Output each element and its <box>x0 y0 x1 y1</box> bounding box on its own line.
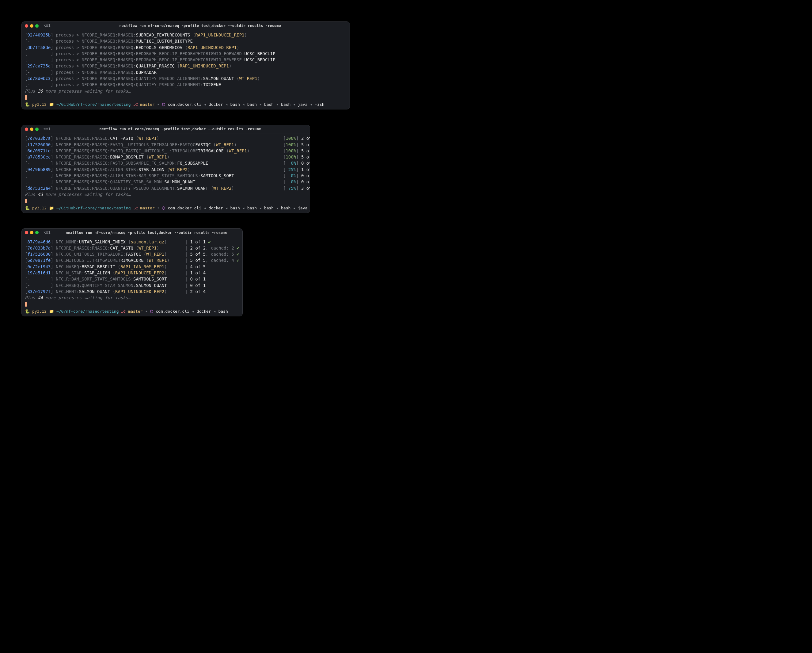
terminal-body[interactable]: [7d/033b7a] NFCORE_RNASEQ:RNASEQ:CAT_FAS… <box>22 133 310 204</box>
terminal-window-2[interactable]: ⌥⌘1 nextflow run nf-core/rnaseq -profile… <box>21 125 310 213</box>
process-hash: - <box>27 57 50 62</box>
chevron-left-icon: ◂ <box>259 102 262 107</box>
close-icon[interactable] <box>25 127 28 131</box>
process-path: NFCORE_RNASEQ:RNASEQ:BEDGRAPH_BEDCLIP_BE… <box>81 57 244 62</box>
minimize-icon[interactable] <box>30 231 34 234</box>
terminal-window-1[interactable]: ⌥⌘1 nextflow run nf-core/rnaseq -profile… <box>21 21 350 109</box>
process-hash: f1/526000 <box>27 142 50 147</box>
process-hash: dd/53c2a4 <box>27 186 50 191</box>
paren-icon: ) <box>164 252 167 257</box>
bracket-icon: ] <box>50 179 53 184</box>
process-path: NFC…R:BAM_SORT_STATS_SAMTOOLS: <box>56 277 133 281</box>
paren-icon: ( <box>237 76 239 81</box>
terminal-body[interactable]: [87/9a46d6] NFC…NOME:UNTAR_SALMON_INDEX … <box>22 237 243 308</box>
paren-icon: ( <box>136 246 138 251</box>
process-chain-item: bash <box>264 206 274 210</box>
process-arg: WT_REP2 <box>213 186 231 191</box>
check-icon: ✔ <box>237 258 239 263</box>
check-icon: ✔ <box>237 246 239 251</box>
cursor-icon <box>25 302 27 307</box>
terminal-body[interactable]: [92/40925b] process > NFCORE_RNASEQ:RNAS… <box>22 30 350 101</box>
process-name: TRIMGALORE <box>118 258 143 263</box>
paren-icon: ) <box>164 271 167 275</box>
folder-icon: 📁 <box>49 206 54 210</box>
more-count: 44 <box>38 295 43 300</box>
zoom-icon[interactable] <box>35 127 39 131</box>
bracket-icon: ] <box>50 246 53 251</box>
process-name: SUBREAD_FEATURECOUNTS <box>136 32 190 37</box>
process-path: NFCORE_RNASEQ:RNASEQ: <box>56 246 110 251</box>
bracket-icon: ] <box>50 258 53 263</box>
python-version: py3.12 <box>32 206 47 210</box>
process-arg: RAP1_UNINDUCED_REP1 <box>180 63 229 68</box>
zoom-icon[interactable] <box>35 231 39 234</box>
process-path: NFC…MENT: <box>56 289 79 294</box>
process-hash: f1/526000 <box>27 252 50 257</box>
process-path: NFCORE_RNASEQ:RNASEQ:QUANTIFY_PSEUDO_ALI… <box>56 186 177 191</box>
process-row: [db/ff58de] process > NFCORE_RNASEQ:RNAS… <box>25 44 346 50</box>
process-row: [6d/0971fe] NFC…MITOOLS_…:TRIMGALORETRIM… <box>25 257 239 263</box>
process-label: process > <box>56 51 81 56</box>
process-percent: 100% <box>285 136 296 141</box>
process-path: NFCORE_RNASEQ:RNASEQ:QUANTIFY_STAR_SALMO… <box>56 179 164 184</box>
close-icon[interactable] <box>25 231 28 234</box>
bracket-icon: ] <box>50 161 53 165</box>
process-row: [- ] NFCORE_RNASEQ:RNASEQ:FASTQ_SUBSAMPL… <box>25 160 307 166</box>
process-hash: 94/96b889 <box>27 167 50 172</box>
zoom-icon[interactable] <box>35 24 39 28</box>
bracket-icon: ] <box>50 76 53 81</box>
window-title: nextflow run nf-core/rnaseq -profile tes… <box>53 127 307 131</box>
process-count: 5 of 5 <box>301 154 310 159</box>
process-count: 0 of 1 <box>301 161 310 165</box>
process-chain-item: docker <box>209 102 223 107</box>
process-path: NFCORE_RNASEQ:RNASEQ:QUANTIFY_PSEUDO_ALI… <box>81 82 203 87</box>
cursor-line <box>25 94 346 100</box>
titlebar[interactable]: ⌥⌘1 nextflow run nf-core/rnaseq -profile… <box>22 229 243 237</box>
titlebar[interactable]: ⌥⌘1 nextflow run nf-core/rnaseq -profile… <box>22 22 350 30</box>
process-name: STAR_ALIGN <box>139 167 164 172</box>
process-arg: RAP1_UNINDUCED_REP2 <box>115 271 164 275</box>
bracket-icon: ] <box>50 39 53 44</box>
paren-icon: ) <box>237 45 239 50</box>
bracket-icon: ] <box>296 179 298 184</box>
bracket-icon: ] <box>50 173 53 178</box>
git-dirty: • <box>157 102 160 107</box>
process-name: UNTAR_SALMON_INDEX <box>79 239 126 244</box>
bracket-icon: ] <box>50 45 53 50</box>
paren-icon: ) <box>167 154 169 159</box>
process-arg: RAP1_UNINDUCED_REP1 <box>195 32 244 37</box>
minimize-icon[interactable] <box>30 24 34 28</box>
process-name: UCSC_BEDCLIP <box>244 51 275 56</box>
process-name: SALMON_QUANT <box>203 76 234 81</box>
process-path: NFCORE_RNASEQ:RNASEQ:FASTQ__UMITOOLS_TRI… <box>56 142 195 147</box>
process-name: FASTQC <box>126 252 141 257</box>
paren-icon: ( <box>226 148 229 153</box>
process-path: NFCORE_RNASEQ:RNASEQ:ALIGN_STAR:BAM_SORT… <box>56 173 200 178</box>
pipe-icon: | <box>185 264 190 269</box>
process-hash: cd/8d0bc3 <box>27 76 50 81</box>
chevron-left-icon: ◂ <box>226 102 228 107</box>
window-controls <box>25 127 39 131</box>
process-hash: - <box>27 179 50 184</box>
more-processes: Plus 44 more processes waiting for tasks… <box>25 295 239 301</box>
process-percent: 0% <box>285 161 296 165</box>
process-path: NFC…MITOOLS_…:TRIMGALORE <box>56 258 118 263</box>
close-icon[interactable] <box>25 24 28 28</box>
paren-icon: ( <box>146 258 149 263</box>
titlebar[interactable]: ⌥⌘1 nextflow run nf-core/rnaseq -profile… <box>22 125 310 133</box>
bracket-icon: ] <box>50 239 53 244</box>
terminal-window-3[interactable]: ⌥⌘1 nextflow run nf-core/rnaseq -profile… <box>21 228 243 317</box>
process-path: NFCORE_RNASEQ:RNASEQ: <box>81 63 136 68</box>
branch-icon: ⎇ <box>133 206 138 210</box>
process-arg: WT_REP1 <box>139 246 157 251</box>
process-hash: 19/a5f6d1 <box>27 271 50 275</box>
snake-icon: 🐍 <box>25 309 30 314</box>
process-name: SALMON_QUANT <box>79 289 110 294</box>
process-row: [- ] process > NFCORE_RNASEQ:RNASEQ:MULT… <box>25 38 346 44</box>
window-title: nextflow run nf-core/rnaseq -profile tes… <box>53 24 346 28</box>
process-row: [cd/8d0bc3] process > NFCORE_RNASEQ:RNAS… <box>25 75 346 81</box>
minimize-icon[interactable] <box>30 127 34 131</box>
process-percent: 75% <box>285 186 296 191</box>
bracket-icon: ] <box>50 271 53 275</box>
python-version: py3.12 <box>32 102 47 107</box>
